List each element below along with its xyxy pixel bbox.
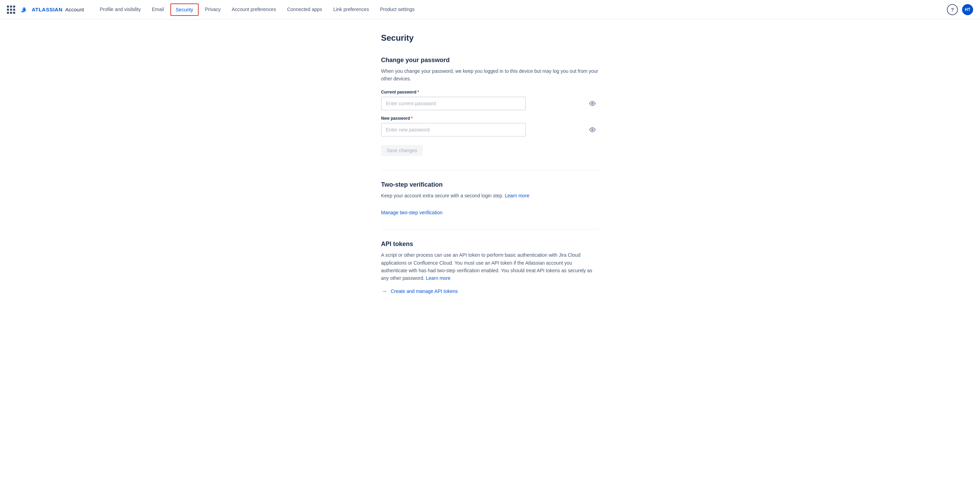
avatar[interactable]: HT bbox=[962, 4, 973, 15]
new-password-wrapper bbox=[381, 123, 599, 137]
page-title: Security bbox=[381, 33, 599, 43]
two-step-title: Two-step verification bbox=[381, 181, 599, 188]
save-changes-button[interactable]: Save changes bbox=[381, 145, 423, 156]
current-password-label: Current password * bbox=[381, 90, 599, 94]
apps-grid-icon[interactable] bbox=[7, 6, 15, 14]
new-password-input[interactable] bbox=[381, 123, 526, 137]
two-step-learn-more-link[interactable]: Learn more bbox=[505, 193, 530, 198]
current-password-input[interactable] bbox=[381, 97, 526, 110]
current-password-required: * bbox=[418, 90, 419, 94]
toggle-new-password-visibility[interactable] bbox=[589, 127, 595, 133]
arrow-right-icon: → bbox=[381, 288, 387, 295]
new-password-label: New password * bbox=[381, 116, 599, 121]
help-button[interactable]: ? bbox=[947, 4, 958, 15]
topnav-right-area: ? HT bbox=[947, 4, 973, 15]
divider-1 bbox=[381, 170, 599, 170]
new-password-required: * bbox=[411, 116, 413, 121]
logo-account-text: Account bbox=[65, 6, 84, 13]
create-manage-api-tokens-link[interactable]: Create and manage API tokens bbox=[391, 289, 458, 294]
api-tokens-link-row: → Create and manage API tokens bbox=[381, 288, 599, 295]
api-tokens-title: API tokens bbox=[381, 241, 599, 248]
logo-area: ATLASSIAN Account bbox=[7, 5, 84, 14]
top-navigation: ATLASSIAN Account Profile and visibility… bbox=[0, 0, 980, 19]
nav-item-profile[interactable]: Profile and visibility bbox=[95, 0, 146, 19]
current-password-group: Current password * bbox=[381, 90, 599, 110]
nav-item-product-settings[interactable]: Product settings bbox=[375, 0, 419, 19]
current-password-wrapper bbox=[381, 97, 599, 110]
svg-point-0 bbox=[592, 103, 593, 105]
two-step-section: Two-step verification Keep your account … bbox=[381, 181, 599, 215]
nav-item-security[interactable]: Security bbox=[170, 3, 199, 16]
nav-item-link-preferences[interactable]: Link preferences bbox=[328, 0, 374, 19]
main-navigation: Profile and visibility Email Security Pr… bbox=[95, 0, 947, 19]
nav-item-privacy[interactable]: Privacy bbox=[200, 0, 226, 19]
api-tokens-learn-more-link[interactable]: Learn more bbox=[426, 275, 451, 281]
atlassian-logo[interactable]: ATLASSIAN Account bbox=[19, 5, 84, 14]
divider-2 bbox=[381, 229, 599, 230]
api-tokens-section: API tokens A script or other process can… bbox=[381, 241, 599, 295]
nav-item-connected-apps[interactable]: Connected apps bbox=[282, 0, 327, 19]
change-password-title: Change your password bbox=[381, 57, 599, 64]
change-password-desc: When you change your password, we keep y… bbox=[381, 67, 599, 83]
two-step-desc: Keep your account extra secure with a se… bbox=[381, 192, 599, 199]
svg-point-1 bbox=[592, 129, 593, 131]
api-tokens-desc: A script or other process can use an API… bbox=[381, 251, 599, 282]
main-content: Security Change your password When you c… bbox=[373, 19, 607, 337]
toggle-current-password-visibility[interactable] bbox=[589, 101, 595, 107]
logo-atlassian-text: ATLASSIAN bbox=[32, 6, 62, 13]
change-password-section: Change your password When you change you… bbox=[381, 57, 599, 156]
nav-item-account-preferences[interactable]: Account preferences bbox=[227, 0, 281, 19]
nav-item-email[interactable]: Email bbox=[147, 0, 169, 19]
new-password-group: New password * bbox=[381, 116, 599, 137]
manage-two-step-link[interactable]: Manage two-step verification bbox=[381, 210, 442, 215]
